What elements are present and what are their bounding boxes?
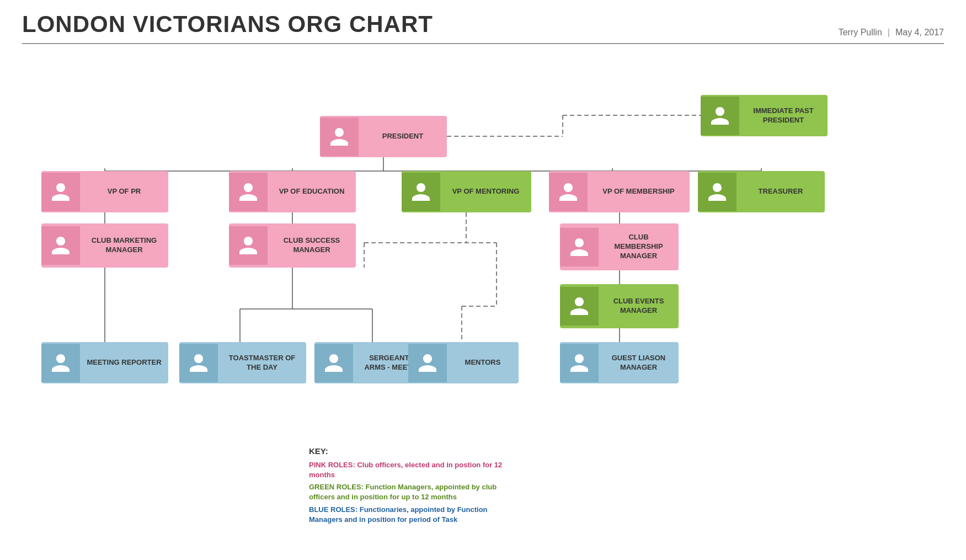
vp-membership-card: VP OF MEMBERSHIP xyxy=(549,171,690,212)
vp-education-label: VP OF EDUCATION xyxy=(268,184,356,199)
president-card: PRESIDENT xyxy=(320,116,447,157)
cem-avatar xyxy=(560,287,599,326)
key-title: KEY: xyxy=(309,446,508,456)
saa-avatar xyxy=(314,344,353,382)
vp-education-avatar xyxy=(229,173,268,211)
vp-pr-avatar xyxy=(41,173,80,211)
cem-label: CLUB EVENTS MANAGER xyxy=(599,294,679,318)
vp-membership-label: VP OF MEMBERSHIP xyxy=(588,184,690,199)
vp-mentoring-avatar xyxy=(402,173,440,211)
glm-label: GUEST LIASON MANAGER xyxy=(599,351,679,375)
mr-label: MEETING REPORTER xyxy=(80,355,168,370)
ipp-avatar xyxy=(701,97,739,135)
cmmb-label: CLUB MEMBERSHIP MANAGER xyxy=(599,230,679,264)
vp-mentoring-card: VP OF MENTORING xyxy=(402,171,531,212)
chart-date: May 4, 2017 xyxy=(895,28,944,38)
page-title: LONDON VICTORIANS ORG CHART xyxy=(22,11,433,38)
page: LONDON VICTORIANS ORG CHART Terry Pullin… xyxy=(0,0,966,560)
vp-pr-label: VP OF PR xyxy=(80,184,168,199)
club-events-manager-card: CLUB EVENTS MANAGER xyxy=(560,284,679,328)
author-name: Terry Pullin xyxy=(839,28,882,38)
vp-mentoring-label: VP OF MENTORING xyxy=(440,184,531,199)
glm-avatar xyxy=(560,344,599,382)
mentors-card: MENTORS xyxy=(408,342,519,383)
treasurer-avatar xyxy=(698,173,736,211)
vp-education-card: VP OF EDUCATION xyxy=(229,171,356,212)
toastmaster-card: TOASTMASTER OF THE DAY xyxy=(179,342,306,383)
mentors-label: MENTORS xyxy=(447,355,519,370)
guest-liason-manager-card: GUEST LIASON MANAGER xyxy=(560,342,679,383)
cmm-avatar xyxy=(41,226,80,265)
treasurer-card: TREASURER xyxy=(698,171,825,212)
cmm-label: CLUB MARKETING MANAGER xyxy=(80,233,168,258)
vp-membership-avatar xyxy=(549,173,588,211)
president-label: PRESIDENT xyxy=(359,129,447,144)
csm-avatar xyxy=(229,226,268,265)
club-marketing-manager-card: CLUB MARKETING MANAGER xyxy=(41,223,168,268)
immediate-past-president-card: IMMEDIATE PAST PRESIDENT xyxy=(701,95,828,136)
header-meta: Terry Pullin | May 4, 2017 xyxy=(839,28,944,38)
meeting-reporter-card: MEETING REPORTER xyxy=(41,342,168,383)
cmmb-avatar xyxy=(560,228,599,266)
key-section: KEY: PINK ROLES: Club officers, elected … xyxy=(309,446,508,527)
pink-key-item: PINK ROLES: Club officers, elected and i… xyxy=(309,460,508,480)
tm-label: TOASTMASTER OF THE DAY xyxy=(218,351,306,375)
org-chart: PRESIDENT IMMEDIATE PAST PRESIDENT VP OF… xyxy=(22,55,944,419)
blue-key-item: BLUE ROLES: Functionaries, appointed by … xyxy=(309,505,508,525)
csm-label: CLUB SUCCESS MANAGER xyxy=(268,233,356,258)
mentors-avatar xyxy=(408,344,447,382)
club-success-manager-card: CLUB SUCCESS MANAGER xyxy=(229,223,356,268)
club-membership-manager-card: CLUB MEMBERSHIP MANAGER xyxy=(560,223,679,270)
meta-divider: | xyxy=(888,28,890,38)
green-key-item: GREEN ROLES: Function Managers, appointe… xyxy=(309,482,508,502)
ipp-label: IMMEDIATE PAST PRESIDENT xyxy=(739,104,828,128)
header: LONDON VICTORIANS ORG CHART Terry Pullin… xyxy=(22,11,944,44)
mr-avatar xyxy=(41,344,80,382)
treasurer-label: TREASURER xyxy=(736,184,825,199)
tm-avatar xyxy=(179,344,218,382)
vp-pr-card: VP OF PR xyxy=(41,171,168,212)
president-avatar xyxy=(320,118,359,156)
